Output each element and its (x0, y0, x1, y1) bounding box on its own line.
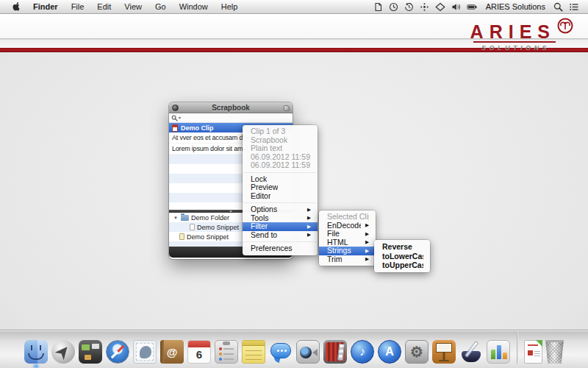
menu-item-preferences[interactable]: Preferences (243, 244, 318, 253)
submenu-item-strings[interactable]: Strings▶ (319, 247, 376, 255)
calendar-day: 6 (188, 348, 210, 361)
submenu-arrow-icon: ▶ (307, 208, 311, 213)
search-icon (171, 115, 178, 121)
window-pin-icon[interactable] (284, 105, 290, 111)
folder-label: Demo Folder (191, 214, 229, 222)
dock: @ 6 (0, 330, 588, 368)
submenu-arrow-icon: ▶ (365, 240, 369, 245)
snippet-icon (190, 224, 195, 230)
dock-separator (517, 331, 518, 364)
dock-icon-safari[interactable] (105, 340, 130, 364)
dock-icon-finder[interactable] (24, 340, 49, 364)
submenu-item-trim[interactable]: Trim▶ (319, 255, 376, 264)
snippet-label: Demo Snippet (197, 224, 239, 231)
menu-separator (243, 172, 317, 173)
clip-title: Demo Clip (181, 124, 214, 132)
menu-item-lock[interactable]: Lock (243, 175, 318, 184)
dock-icon-launchpad[interactable] (51, 340, 76, 364)
submenu-arrow-icon: ▶ (365, 232, 369, 237)
menu-item-preview[interactable]: Preview (243, 183, 318, 192)
battery-icon[interactable] (464, 2, 481, 12)
dock-icon-app-store[interactable]: A (377, 340, 402, 364)
menu-user-label[interactable]: ARIES Solutions (481, 2, 551, 11)
time-machine-icon[interactable] (401, 2, 417, 12)
submenu-arrow-icon: ▶ (365, 223, 369, 228)
context-menu: Clip 1 of 3 Scrapbook Plain text 06.09.2… (243, 125, 318, 255)
snippet-icon (179, 233, 184, 240)
submenu-item-tolowercase[interactable]: toLowerCase (374, 252, 430, 261)
submenu-item-selected-clip: Selected Clip (319, 213, 376, 222)
folder-icon (181, 215, 189, 221)
dock-icon-trash[interactable] (545, 340, 564, 364)
submenu-item-endecode[interactable]: EnDecode▶ (319, 222, 376, 230)
aries-logo-text: ARIES (470, 18, 556, 41)
menu-separator (243, 202, 317, 203)
window-title-bar[interactable]: Scrapbook (169, 102, 293, 113)
submenu-item-reverse[interactable]: Reverse (374, 242, 430, 252)
menu-edit[interactable]: Edit (90, 2, 118, 11)
filter-submenu: Selected Clip EnDecode▶ File▶ HTML▶ Stri… (319, 210, 376, 266)
aries-ram-icon (557, 18, 573, 37)
dock-icon-mail[interactable] (132, 340, 157, 364)
snippet-label: Demo Snippet (187, 233, 229, 241)
submenu-item-file[interactable]: File▶ (319, 230, 376, 238)
menu-item-filter[interactable]: Filter▶ (243, 222, 318, 231)
menu-separator (243, 241, 317, 242)
menu-view[interactable]: View (118, 2, 148, 11)
keyboard-access-icon[interactable] (417, 2, 432, 12)
submenu-arrow-icon: ▶ (307, 224, 311, 230)
dock-icon-calendar[interactable]: 6 (187, 340, 212, 364)
clock-icon[interactable] (386, 2, 401, 12)
menu-help[interactable]: Help (215, 2, 245, 11)
menu-item-options[interactable]: Options▶ (243, 205, 318, 214)
menu-finder[interactable]: Finder (26, 2, 65, 11)
submenu-arrow-icon: ▶ (307, 216, 311, 221)
dock-icon-photo-booth[interactable] (323, 340, 348, 364)
aries-logo: ARIES Solutions (470, 18, 573, 52)
search-scope-arrow-icon[interactable]: ▾ (179, 116, 181, 120)
menu-info-modified: 06.09.2012 11:59:46 (243, 161, 318, 170)
submenu-item-touppercase[interactable]: toUpperCase (374, 261, 430, 270)
dock-icon-system-preferences[interactable]: ⚙ (404, 340, 429, 364)
spaces-icon[interactable] (432, 2, 448, 12)
menu-info-type: Plain text (243, 144, 318, 153)
disclosure-triangle-icon[interactable]: ▼ (173, 216, 179, 220)
menu-file[interactable]: File (65, 2, 91, 11)
menu-bar-status-area: ARIES Solutions (370, 2, 582, 12)
dock-icon-numbers[interactable] (486, 340, 511, 364)
menu-item-editor[interactable]: Editor (243, 192, 318, 201)
apple-menu-icon[interactable] (6, 1, 26, 12)
dock-icon-notes[interactable] (241, 340, 266, 364)
dock-icon-itunes[interactable]: ♪ (350, 340, 375, 364)
window-close-button[interactable] (172, 105, 179, 111)
desktop: ARIES Solutions Finder File Edit View Go… (0, 0, 588, 368)
submenu-arrow-icon: ▶ (307, 233, 311, 238)
menu-bar: Finder File Edit View Go Window Help (0, 0, 588, 14)
dock-icon-pages[interactable] (459, 340, 484, 364)
menu-info-created: 06.09.2012 11:59:46 (243, 153, 318, 162)
dock-icon-reminders[interactable] (214, 340, 239, 364)
menu-window[interactable]: Window (173, 2, 215, 11)
spotlight-icon[interactable] (551, 2, 566, 12)
aries-logo-subtitle: Solutions (470, 44, 573, 52)
clipboard-icon[interactable] (370, 2, 386, 12)
notification-center-icon[interactable] (566, 2, 582, 12)
submenu-item-html[interactable]: HTML▶ (319, 238, 376, 247)
menu-info-clip-count: Clip 1 of 3 (243, 127, 318, 136)
dock-icon-mission-control[interactable] (78, 340, 103, 364)
volume-icon[interactable] (448, 2, 464, 12)
dock-icon-facetime[interactable] (295, 340, 320, 364)
strings-submenu: Reverse toLowerCase toUpperCase (374, 240, 430, 272)
running-indicator (35, 365, 38, 367)
menu-item-tools[interactable]: Tools▶ (243, 214, 318, 223)
submenu-arrow-icon: ▶ (365, 249, 369, 254)
menu-go[interactable]: Go (148, 2, 173, 11)
dock-icon-messages[interactable] (268, 340, 293, 364)
submenu-arrow-icon: ▶ (365, 257, 369, 262)
dock-icon-document[interactable] (524, 340, 542, 364)
dock-icon-keynote[interactable] (431, 340, 456, 364)
dock-icon-contacts[interactable]: @ (159, 340, 184, 364)
window-title: Scrapbook (212, 104, 250, 112)
search-bar[interactable]: ▾ (169, 113, 293, 123)
menu-item-send-to[interactable]: Send to▶ (243, 231, 318, 240)
